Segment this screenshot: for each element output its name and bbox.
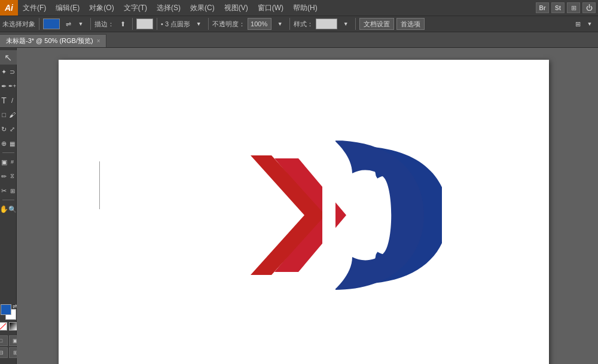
arrange-dropdown[interactable]: ▼ bbox=[584, 18, 596, 30]
selection-label: 未选择对象 bbox=[2, 20, 35, 29]
toolbox-sep-2 bbox=[2, 200, 14, 200]
stroke-swatch[interactable] bbox=[136, 19, 153, 29]
stroke-up-btn[interactable]: ⬆ bbox=[117, 18, 129, 30]
tab-close-btn[interactable]: × bbox=[97, 38, 100, 44]
menu-edit[interactable]: 编辑(E) bbox=[51, 0, 84, 16]
point-label: • 3 点圆形 bbox=[161, 20, 190, 29]
eyedropper-tool[interactable]: ✏ bbox=[0, 169, 8, 183]
style-dropdown[interactable]: ▼ bbox=[340, 18, 352, 30]
toolbar-sep-7 bbox=[355, 18, 356, 30]
brush-tool[interactable]: 🖌 bbox=[8, 108, 17, 122]
gradient-tool[interactable]: ▣ bbox=[0, 155, 8, 169]
add-anchor-tool[interactable]: ✒+ bbox=[8, 79, 17, 93]
toolbar-sep-6 bbox=[289, 18, 290, 30]
toolbox: ↖ ✦ ⊃ ✒ ✒+ T / □ 🖌 ↻ ⤢ ⊕ ▦ ▣ # bbox=[0, 48, 17, 364]
rotate-tool[interactable]: ↻ bbox=[0, 122, 8, 136]
rectangle-tool[interactable]: □ bbox=[0, 108, 8, 122]
point-dropdown[interactable]: ▼ bbox=[193, 18, 205, 30]
toolbar-sep-4 bbox=[157, 18, 157, 30]
mesh-tool[interactable]: # bbox=[8, 155, 17, 169]
chart-tool[interactable]: ▦ bbox=[8, 136, 17, 151]
normal-mode-icon[interactable]: □ bbox=[0, 335, 8, 346]
svg-point-4 bbox=[345, 167, 382, 201]
tool-row-wand: ✦ ⊃ bbox=[0, 65, 17, 79]
none-color-box[interactable] bbox=[0, 322, 7, 331]
doc-setup-btn[interactable]: 文档设置 bbox=[359, 18, 394, 30]
toolbar-sep-5 bbox=[208, 18, 209, 30]
stroke-label: 描边： bbox=[94, 20, 114, 29]
menu-text[interactable]: 文字(T) bbox=[119, 0, 152, 16]
menu-view[interactable]: 视图(V) bbox=[219, 0, 253, 16]
tool-row-hand: ✋ 🔍 bbox=[0, 202, 17, 216]
tab-title: 未标题-3* @ 50% (RGB/预览) bbox=[6, 36, 93, 45]
style-swatch[interactable] bbox=[316, 19, 337, 29]
tool-row-symbol: ⊕ ▦ bbox=[0, 136, 17, 151]
blend-tool[interactable]: ⧖ bbox=[8, 169, 17, 183]
menu-object[interactable]: 对象(O) bbox=[84, 0, 118, 16]
opacity-dropdown[interactable]: ▼ bbox=[274, 18, 286, 30]
menu-window[interactable]: 窗口(W) bbox=[253, 0, 288, 16]
pen-tool[interactable]: ✒ bbox=[0, 79, 8, 93]
scissors-tool[interactable]: ✂ bbox=[0, 183, 8, 198]
bridge-btn[interactable]: Br bbox=[536, 2, 549, 13]
menu-effect[interactable]: 效果(C) bbox=[185, 0, 219, 16]
toolbar-sep-1 bbox=[39, 18, 39, 30]
arrange-icon[interactable]: ⊞ bbox=[572, 18, 584, 30]
tool-row-rotate: ↻ ⤢ bbox=[0, 122, 17, 136]
svg-rect-3 bbox=[322, 140, 335, 290]
tool-row-scissors: ✂ ⊞ bbox=[0, 183, 17, 198]
zoom-tool[interactable]: 🔍 bbox=[8, 202, 17, 216]
menu-file[interactable]: 文件(F) bbox=[18, 0, 51, 16]
menu-bar: Ai 文件(F) 编辑(E) 对象(O) 文字(T) 选择(S) 效果(C) 视… bbox=[0, 0, 598, 16]
scale-tool[interactable]: ⤢ bbox=[8, 122, 17, 136]
toolbar-sep-3 bbox=[132, 18, 133, 30]
foreground-background-colors: ⇌ bbox=[1, 304, 16, 320]
tool-row-rect: □ 🖌 bbox=[0, 108, 17, 122]
opacity-input[interactable] bbox=[248, 18, 271, 30]
main-area: ↖ ✦ ⊃ ✒ ✒+ T / □ 🖌 ↻ ⤢ ⊕ ▦ ▣ # bbox=[0, 48, 598, 364]
prefs-btn[interactable]: 首选项 bbox=[396, 18, 425, 30]
path-stroke bbox=[99, 161, 100, 209]
ai-logo-icon: Ai bbox=[0, 0, 18, 16]
select-tool[interactable]: ↖ bbox=[0, 50, 17, 65]
tool-row-type: T / bbox=[0, 93, 17, 108]
line-tool[interactable]: / bbox=[8, 93, 17, 108]
power-btn[interactable]: ⏻ bbox=[582, 2, 596, 13]
stock-btn[interactable]: St bbox=[551, 2, 565, 13]
artboard-tool[interactable]: ⊞ bbox=[8, 183, 17, 198]
foreground-color-box[interactable] bbox=[1, 304, 11, 315]
hand-tool[interactable]: ✋ bbox=[0, 202, 8, 216]
tool-row-select: ↖ bbox=[0, 50, 17, 65]
svg-point-5 bbox=[345, 230, 382, 263]
symbol-tool[interactable]: ⊕ bbox=[0, 136, 8, 151]
magic-wand-tool[interactable]: ✦ bbox=[0, 65, 8, 79]
menu-select[interactable]: 选择(S) bbox=[152, 0, 185, 16]
tab-bar: 未标题-3* @ 50% (RGB/预览) × bbox=[0, 32, 598, 48]
toolbar-sep-2 bbox=[90, 18, 91, 30]
svg-marker-2 bbox=[251, 155, 325, 275]
tool-row-pen: ✒ ✒+ bbox=[0, 79, 17, 93]
dropdown-btn[interactable]: ▼ bbox=[75, 18, 87, 30]
tool-row-gradient: ▣ # bbox=[0, 155, 17, 169]
document-tab[interactable]: 未标题-3* @ 50% (RGB/预览) × bbox=[0, 34, 106, 47]
menu-help[interactable]: 帮助(H) bbox=[288, 0, 322, 16]
canvas-area[interactable] bbox=[17, 48, 598, 364]
toolbox-sep-1 bbox=[2, 152, 14, 153]
menu-right-icons: Br St ⊞ ⏻ bbox=[536, 2, 598, 13]
tool-row-eyedropper: ✏ ⧖ bbox=[0, 169, 17, 183]
fill-color-box[interactable] bbox=[43, 19, 60, 29]
none-gradient-row bbox=[0, 322, 17, 331]
style-label: 样式： bbox=[294, 20, 313, 29]
opacity-label: 不透明度： bbox=[212, 20, 245, 29]
workspace-btn[interactable]: ⊞ bbox=[567, 2, 580, 13]
full-screen-icon[interactable]: ⊟ bbox=[0, 347, 8, 358]
artboard bbox=[59, 60, 549, 364]
carrefour-logo-v2 bbox=[194, 126, 433, 305]
control-toolbar: 未选择对象 ⇌ ▼ 描边： ⬆ • 3 点圆形 ▼ 不透明度： ▼ 样式： ▼ … bbox=[0, 16, 598, 32]
lasso-tool[interactable]: ⊃ bbox=[8, 65, 17, 79]
type-tool[interactable]: T bbox=[0, 93, 8, 108]
arrows-icon[interactable]: ⇌ bbox=[62, 18, 74, 30]
gradient-box[interactable] bbox=[9, 322, 17, 331]
